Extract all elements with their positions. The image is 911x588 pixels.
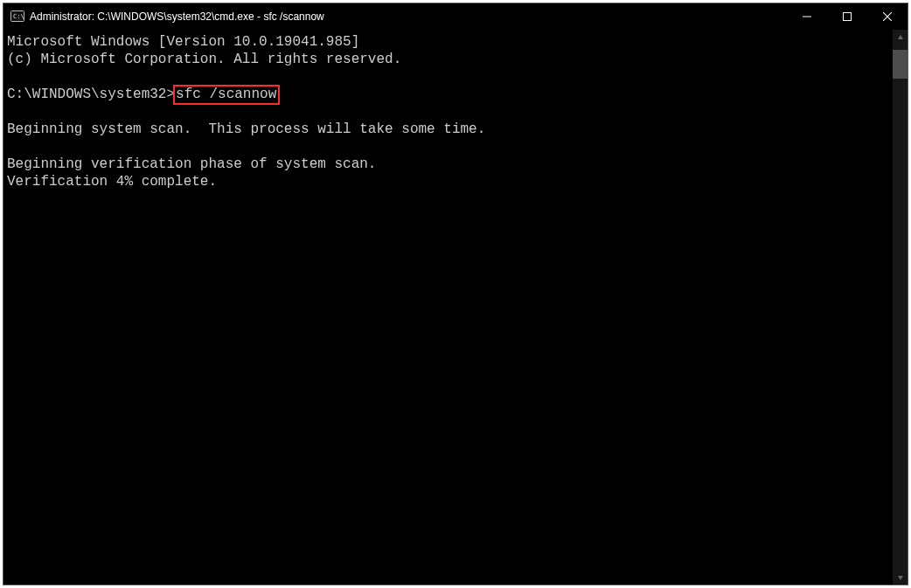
console-line (7, 68, 893, 86)
svg-rect-3 (844, 13, 852, 21)
window-title: Administrator: C:\WINDOWS\system32\cmd.e… (30, 10, 324, 23)
close-button[interactable] (867, 3, 908, 30)
console-line: Microsoft Windows [Version 10.0.19041.98… (7, 33, 893, 51)
scroll-thumb[interactable] (893, 50, 908, 79)
cmd-window: C:\ Administrator: C:\WINDOWS\system32\c… (3, 3, 908, 585)
minimize-button[interactable] (787, 3, 827, 30)
titlebar[interactable]: C:\ Administrator: C:\WINDOWS\system32\c… (3, 3, 908, 30)
console-output[interactable]: Microsoft Windows [Version 10.0.19041.98… (3, 30, 893, 585)
console-line: Beginning verification phase of system s… (7, 156, 893, 173)
console-line: C:\WINDOWS\system32>sfc /scannow (7, 86, 893, 103)
console-line (7, 138, 893, 156)
cmd-icon: C:\ (10, 10, 24, 24)
vertical-scrollbar[interactable] (893, 30, 908, 585)
svg-marker-7 (898, 576, 903, 580)
svg-text:C:\: C:\ (13, 13, 24, 20)
console-line (7, 103, 893, 121)
svg-marker-6 (898, 35, 903, 39)
console-line: Beginning system scan. This process will… (7, 121, 893, 138)
scroll-down-button[interactable] (893, 570, 908, 585)
console-line: Verification 4% complete. (7, 173, 893, 190)
scroll-up-button[interactable] (893, 30, 908, 45)
highlighted-command: sfc /scannow (173, 85, 280, 105)
maximize-button[interactable] (827, 3, 867, 30)
console-line: (c) Microsoft Corporation. All rights re… (7, 51, 893, 68)
scroll-track[interactable] (893, 45, 908, 570)
